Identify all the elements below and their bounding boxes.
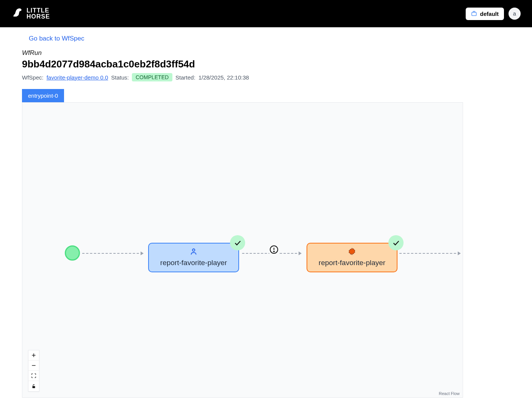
svg-rect-9 [33, 386, 35, 388]
app-header: LITTLE HORSE default a [0, 0, 532, 27]
status-badge: COMPLETED [132, 73, 172, 81]
wfrun-id: 9bb4d2077d984acba1c0eb2f8d3ff54d [22, 58, 463, 70]
logo: LITTLE HORSE [11, 6, 50, 21]
svg-point-4 [192, 249, 195, 251]
svg-rect-0 [472, 12, 476, 16]
attribution: React Flow [439, 391, 460, 396]
check-icon [388, 235, 404, 250]
fit-view-button[interactable] [28, 371, 39, 381]
briefcase-icon [471, 11, 477, 17]
start-node[interactable] [65, 245, 80, 261]
zoom-out-button[interactable] [28, 361, 39, 371]
logo-text-line1: LITTLE [27, 8, 50, 14]
zoom-in-button[interactable] [28, 350, 39, 361]
lock-button[interactable] [28, 381, 39, 391]
avatar-initial: a [513, 11, 516, 17]
tenant-selector-button[interactable]: default [466, 8, 504, 20]
thread-tab-entrypoint[interactable]: entrypoint-0 [22, 89, 64, 102]
node-label: report-favorite-player [319, 259, 385, 267]
started-value: 1/28/2025, 22:10:38 [199, 74, 249, 81]
alert-icon [269, 245, 279, 254]
flow-edge [82, 253, 143, 254]
person-icon [156, 247, 231, 257]
tenant-label: default [480, 11, 499, 17]
gear-icon [315, 247, 389, 257]
wfrun-meta: WfSpec: favorite-player-demo 0.0 Status:… [22, 73, 463, 81]
canvas-controls [28, 350, 39, 392]
check-icon [230, 235, 245, 250]
user-avatar[interactable]: a [509, 8, 521, 20]
user-task-node[interactable]: report-favorite-player [148, 243, 239, 272]
wfspec-link[interactable]: favorite-player-demo 0.0 [47, 74, 108, 81]
back-to-wfspec-link[interactable]: Go back to WfSpec [29, 35, 84, 42]
workflow-canvas[interactable]: report-favorite-player report-favorite-p… [22, 102, 463, 398]
node-label: report-favorite-player [160, 259, 227, 267]
horse-icon [11, 6, 23, 21]
svg-point-3 [274, 251, 274, 252]
breadcrumb-type: WfRun [22, 49, 463, 57]
started-label: Started: [175, 74, 196, 81]
logo-text-line2: HORSE [27, 14, 50, 20]
wfspec-label: WfSpec: [22, 74, 44, 81]
flow-edge [399, 253, 460, 254]
task-node[interactable]: report-favorite-player [307, 243, 397, 272]
status-label: Status: [111, 74, 129, 81]
